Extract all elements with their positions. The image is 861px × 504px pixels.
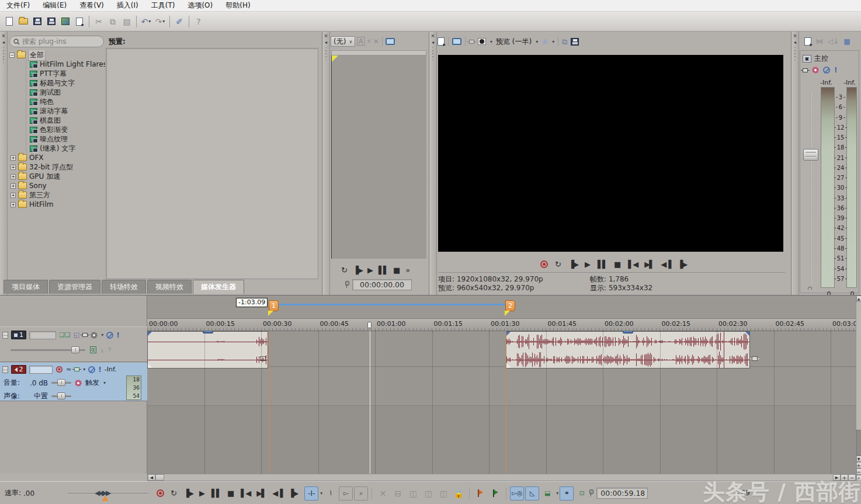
go-to-start-button[interactable]: ▌◀ xyxy=(628,260,637,268)
auto-ripple-button[interactable]: ◺ xyxy=(525,486,539,500)
menu-item[interactable]: 查看(V) xyxy=(73,0,110,12)
copy-snapshot-icon[interactable]: ⧉ xyxy=(562,38,567,46)
trim-end-button[interactable]: ◫ xyxy=(406,486,420,500)
scroll-up-button[interactable]: ▲ xyxy=(856,296,861,302)
composite-alpha-icon[interactable]: α xyxy=(90,346,96,353)
save-as-button[interactable] xyxy=(44,15,58,29)
stop-button[interactable]: ■ xyxy=(227,489,234,497)
lock-event-button[interactable]: 🔒 xyxy=(452,486,466,500)
play-button[interactable]: ▶ xyxy=(585,260,591,268)
search-input[interactable] xyxy=(22,37,91,46)
generator-item[interactable]: 滚动字幕 xyxy=(30,106,105,116)
expand-box-icon[interactable]: + xyxy=(11,165,16,170)
split-events-button[interactable]: ◫ xyxy=(436,486,450,500)
go-to-end-button[interactable]: ▶▌ xyxy=(644,260,654,268)
track-grip-icon[interactable] xyxy=(2,332,8,339)
slider-knob[interactable] xyxy=(57,392,65,399)
menu-item[interactable]: 编辑(E) xyxy=(36,0,73,12)
mixer-properties-icon[interactable] xyxy=(804,37,811,46)
trimmer-ruler[interactable] xyxy=(331,50,426,55)
stop-button[interactable]: ■ xyxy=(393,266,400,274)
next-frame-button[interactable]: ▐▶ xyxy=(288,489,297,497)
scrub-control[interactable]: ◀◀▶▶ xyxy=(68,488,148,499)
audio-event-2[interactable] xyxy=(506,331,750,369)
track-name-field[interactable] xyxy=(29,331,56,339)
overlay-grid-icon[interactable]: # xyxy=(541,38,548,46)
chevron-down-icon[interactable]: ▾ xyxy=(490,39,492,44)
new-project-button[interactable] xyxy=(2,15,16,29)
loop-playback-button[interactable]: ↻ xyxy=(341,266,348,274)
pause-button[interactable]: ▌▌ xyxy=(379,266,388,274)
pan-value[interactable]: 中置 xyxy=(23,391,48,401)
solo-icon[interactable]: ! xyxy=(98,366,101,374)
scroll-left-button[interactable]: ◀ xyxy=(148,474,155,481)
scroll-down-button[interactable]: ▼ xyxy=(856,456,861,462)
normal-edit-tool-button[interactable]: -I- xyxy=(304,486,318,500)
slider-knob[interactable] xyxy=(71,346,79,353)
collapse-arrow-icon[interactable]: ◂ xyxy=(429,40,436,45)
generator-item[interactable]: (继承) 文字 xyxy=(30,144,105,153)
generator-folder-item[interactable]: +第三方 xyxy=(11,190,105,200)
ignore-event-grouping-button[interactable]: ⚭ xyxy=(560,486,574,500)
properties-button[interactable] xyxy=(72,15,86,29)
go-to-start-button[interactable]: ▌◀ xyxy=(241,489,250,497)
marker-bar[interactable]: -1:03.09 1 2 xyxy=(147,296,856,319)
menu-item[interactable]: 帮助(H) xyxy=(219,0,256,12)
track-fx-icon[interactable] xyxy=(82,333,88,337)
volume-slider[interactable] xyxy=(51,382,71,384)
insert-marker-button[interactable] xyxy=(473,486,487,500)
event-grip-icon[interactable] xyxy=(203,331,213,333)
generator-item[interactable]: PTT字幕 xyxy=(30,69,105,78)
collapse-arrow-icon[interactable]: ◂ xyxy=(322,40,329,45)
chevron-down-icon[interactable]: ▾ xyxy=(103,380,106,385)
automation-gear-icon[interactable] xyxy=(75,380,82,387)
generator-item[interactable]: 噪点纹理 xyxy=(30,134,105,144)
preview-quality-icon[interactable] xyxy=(478,38,486,45)
solo-icon[interactable]: ! xyxy=(116,331,119,339)
collapse-box-icon[interactable]: − xyxy=(9,53,15,58)
chevron-down-icon[interactable]: ▾ xyxy=(536,39,538,44)
trimmer-display-area[interactable] xyxy=(331,55,426,259)
event-fx-icon[interactable] xyxy=(752,356,758,361)
collapse-arrow-icon[interactable]: ◂ xyxy=(791,40,798,45)
master-toggle-icon[interactable]: ▣ xyxy=(803,55,811,62)
pin-icon[interactable] xyxy=(589,489,593,497)
play-button[interactable]: ▶ xyxy=(367,266,373,274)
fx-chain-icon[interactable] xyxy=(803,68,808,72)
make-parent-icon[interactable]: ⤒ xyxy=(108,347,111,353)
chevron-down-icon[interactable]: ▾ xyxy=(556,491,558,496)
pin-icon[interactable] xyxy=(345,281,349,289)
mute-icon[interactable] xyxy=(106,332,113,339)
more-buttons-chevron[interactable]: » xyxy=(405,266,410,274)
track-motion-icon[interactable]: ◱ xyxy=(74,332,79,338)
chevron-down-icon[interactable]: ▾ xyxy=(320,491,322,496)
fade-handle-icon[interactable] xyxy=(745,332,749,336)
project-properties-icon[interactable] xyxy=(438,37,445,46)
insert-region-button[interactable] xyxy=(488,486,502,500)
downmix-icon[interactable]: ⋈ xyxy=(816,38,823,45)
whats-this-help-button[interactable]: ? xyxy=(192,15,206,29)
expand-box-icon[interactable]: + xyxy=(11,202,16,207)
menu-item[interactable]: 插入(I) xyxy=(110,0,145,12)
dock-tab[interactable]: 转场特效 xyxy=(102,280,146,294)
track-level-slider[interactable] xyxy=(11,349,85,351)
solo-icon[interactable]: ! xyxy=(834,66,837,74)
dim-output-icon[interactable]: ◁↓ xyxy=(828,38,839,45)
collapse-arrow-icon[interactable]: ◂ xyxy=(0,40,7,45)
save-button[interactable] xyxy=(30,15,44,29)
split-screen-icon[interactable] xyxy=(469,40,474,44)
dock-grip-icon[interactable]: ⁚⁚⁚⁚ xyxy=(429,48,436,60)
generator-item[interactable]: 标题与文字 xyxy=(30,78,105,88)
previous-frame-button[interactable]: ◀▐ xyxy=(272,489,282,497)
record-button[interactable] xyxy=(540,260,548,268)
go-to-end-button[interactable]: ▶▌ xyxy=(256,489,266,497)
mute-icon[interactable] xyxy=(88,366,95,373)
render-as-button[interactable] xyxy=(58,15,72,29)
fade-handle-icon[interactable] xyxy=(506,332,511,336)
play-from-start-button[interactable]: ▐▶ xyxy=(183,489,193,497)
gear-icon[interactable] xyxy=(812,67,819,74)
presets-area[interactable] xyxy=(106,48,318,279)
external-monitor-icon[interactable] xyxy=(452,38,461,45)
scrollbar-thumb[interactable] xyxy=(155,474,164,481)
save-snapshot-icon[interactable] xyxy=(571,38,579,46)
